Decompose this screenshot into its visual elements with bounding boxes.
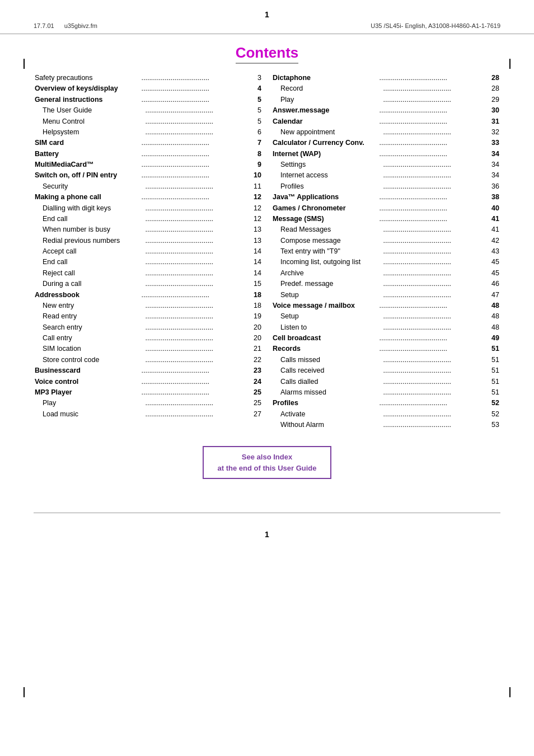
toc-entry: Dictaphone..............................… [273, 73, 499, 83]
toc-page: 8 [248, 149, 261, 159]
toc-label: Making a phone call [35, 192, 142, 203]
toc-page: 25 [248, 387, 261, 398]
see-also-line2: at the end of this User Guide [212, 463, 322, 474]
toc-dots: ................................... [146, 236, 249, 246]
toc-entry: Switch on, off / PIN entry..............… [35, 170, 261, 181]
toc-entry: Overview of keys/display................… [35, 83, 261, 94]
toc-entry: Answer.message..........................… [273, 105, 499, 116]
toc-page: 22 [248, 355, 261, 365]
toc-label: Setup [273, 311, 383, 322]
toc-dots: ................................... [146, 127, 249, 138]
toc-label: Menu Control [35, 116, 146, 127]
toc-label: Records [273, 344, 380, 354]
toc-entry: When number is busy.....................… [35, 224, 261, 235]
bottom-bar: 1 [0, 513, 534, 546]
toc-label: Businesscard [35, 365, 142, 376]
toc-page: 7 [248, 138, 261, 148]
toc-entry: New entry...............................… [35, 300, 261, 311]
toc-entry: Safety precautions......................… [35, 73, 261, 83]
toc-label: New appointment [273, 127, 383, 138]
toc-dots: ................................... [142, 377, 249, 387]
toc-entry: Call entry..............................… [35, 333, 261, 344]
header-left: 17.7.01 u35gbivz.fm [34, 22, 97, 29]
toc-entry: Calls dialled...........................… [273, 377, 499, 387]
toc-label: Answer.message [273, 105, 380, 116]
toc-dots: ................................... [146, 311, 249, 322]
toc-dots: ................................... [146, 246, 249, 257]
toc-dots: ................................... [383, 127, 486, 138]
toc-dots: ................................... [142, 170, 249, 181]
toc-label: Record [273, 83, 383, 94]
toc-page: 23 [248, 365, 261, 376]
toc-entry: Alarms missed...........................… [273, 387, 499, 398]
toc-dots: ................................... [383, 355, 486, 365]
toc-page: 36 [486, 181, 499, 192]
toc-entry: Security................................… [35, 181, 261, 192]
toc-dots: ................................... [383, 224, 486, 235]
toc-label: The User Guide [35, 105, 146, 116]
toc-dots: ................................... [146, 214, 249, 224]
header-file: u35gbivz.fm [64, 22, 97, 29]
toc-dots: ................................... [383, 311, 486, 322]
toc-entry: Without Alarm...........................… [273, 420, 499, 430]
toc-entry: Voice message / mailbox.................… [273, 300, 499, 311]
toc-entry: SIM card................................… [35, 138, 261, 148]
toc-entry: Message (SMS)...........................… [273, 214, 499, 224]
toc-label: Incoming list, outgoing list [273, 257, 383, 267]
toc-dots: ................................... [142, 290, 249, 300]
toc-label: Play [273, 95, 383, 105]
header-meta: 17.7.01 u35gbivz.fm U35 /SL45i- English,… [0, 21, 534, 34]
toc-entry: Text entry with "T9"....................… [273, 246, 499, 257]
toc-entry: Listen to...............................… [273, 322, 499, 333]
toc-label: Calls dialled [273, 377, 383, 387]
toc-page: 27 [248, 409, 261, 420]
toc-entry: SIM location............................… [35, 344, 261, 354]
toc-page: 48 [486, 311, 499, 322]
toc-page: 32 [486, 127, 499, 138]
toc-page: 53 [486, 420, 499, 430]
margin-bar-right-top [509, 59, 510, 69]
toc-dots: ................................... [146, 333, 249, 344]
toc-page: 3 [248, 73, 261, 83]
toc-label: Redial previous numbers [35, 236, 146, 246]
toc-label: Battery [35, 149, 142, 159]
toc-label: Voice message / mailbox [273, 300, 380, 311]
toc-dots: ................................... [380, 203, 486, 214]
toc-label: Internet access [273, 170, 383, 181]
toc-dots: ................................... [146, 116, 249, 127]
toc-page: 52 [486, 409, 499, 420]
toc-entry: Reject call.............................… [35, 268, 261, 279]
toc-dots: ................................... [146, 322, 249, 333]
toc-entry: Games / Chronometer.....................… [273, 203, 499, 214]
margin-bar-left-top [24, 59, 25, 69]
toc-dots: ................................... [146, 344, 249, 354]
toc-dots: ................................... [142, 159, 249, 170]
toc-entry: Record..................................… [273, 83, 499, 94]
toc-page: 18 [248, 300, 261, 311]
toc-entry: Store control code......................… [35, 355, 261, 365]
toc-page: 31 [486, 116, 499, 127]
toc-label: Dialling with digit keys [35, 203, 146, 214]
toc-dots: ................................... [146, 409, 249, 420]
toc-dots: ................................... [380, 149, 486, 159]
toc-page: 51 [486, 377, 499, 387]
toc-entry: Records.................................… [273, 344, 499, 354]
toc-page: 5 [248, 105, 261, 116]
see-also-box: See also Index at the end of this User G… [203, 446, 331, 479]
toc-entry: Menu Control............................… [35, 116, 261, 127]
toc-page: 47 [486, 290, 499, 300]
toc-dots: ................................... [380, 73, 486, 83]
toc-page: 51 [486, 355, 499, 365]
toc-label: Read Messages [273, 224, 383, 235]
toc-page: 21 [248, 344, 261, 354]
toc-label: When number is busy [35, 224, 146, 235]
toc-dots: ................................... [142, 387, 249, 398]
toc-dots: ................................... [380, 116, 486, 127]
toc-dots: ................................... [146, 181, 249, 192]
toc-label: Switch on, off / PIN entry [35, 170, 142, 181]
toc-label: Search entry [35, 322, 146, 333]
toc-entry: Internet access.........................… [273, 170, 499, 181]
toc-label: SIM location [35, 344, 146, 354]
toc-label: Listen to [273, 322, 383, 333]
toc-page: 19 [248, 311, 261, 322]
